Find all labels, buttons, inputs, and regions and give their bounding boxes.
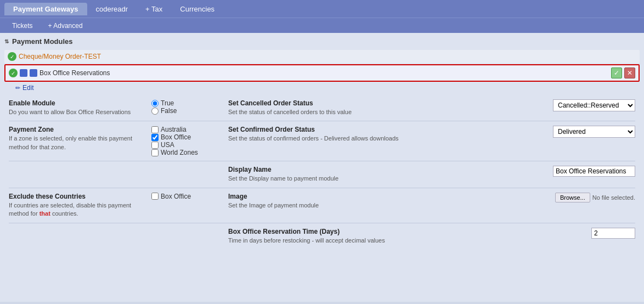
display-name-label-area: Display Name Set the Display name to pay… <box>228 166 546 183</box>
reservation-time-label-area: Box Office Reservation Time (Days) Time … <box>228 228 585 245</box>
zone-world-zones-label: World Zones <box>161 149 198 156</box>
confirmed-status-section: Set Confirmed Order Status Set the statu… <box>228 126 635 143</box>
confirmed-status-label-area: Set Confirmed Order Status Set the statu… <box>228 126 546 143</box>
module-name-cheque: Cheque/Money Order-TEST <box>19 53 101 60</box>
exclude-countries-desc: If countries are selected, disable this … <box>9 201 145 218</box>
zone-world-zones-checkbox[interactable] <box>151 149 159 156</box>
zone-usa-label: USA <box>161 141 174 149</box>
module-row-box-office: ✓ Box Office Reservations ✓ ✕ <box>4 64 640 82</box>
display-name-title: Display Name <box>228 166 546 173</box>
content-area: ⇅ Payment Modules ✓ Cheque/Money Order-T… <box>0 33 644 302</box>
top-navigation: Payment Gateways codereadr + Tax Currenc… <box>0 0 644 18</box>
zone-australia-label: Australia <box>161 126 187 133</box>
enable-true-label: True <box>161 99 174 107</box>
enable-module-control: True False <box>151 99 228 115</box>
sub-navigation: Tickets + Advanced <box>0 18 644 33</box>
exclude-desc-2: countries. <box>52 210 78 217</box>
enable-false-option[interactable]: False <box>151 107 215 115</box>
cancelled-status-control: Cancelled::Reserved Pending Processing D… <box>553 99 635 111</box>
zone-box-office-checkbox[interactable] <box>151 134 159 141</box>
display-name-control <box>553 166 635 177</box>
subnav-advanced[interactable]: + Advanced <box>41 20 91 31</box>
confirmed-status-title: Set Confirmed Order Status <box>228 126 546 133</box>
edit-label: Edit <box>22 84 34 92</box>
file-label: No file selected. <box>592 194 635 201</box>
reservation-time-desc: Time in days before restocking - will ac… <box>228 237 585 245</box>
confirmed-status-desc: Set the status of confirmed orders - Del… <box>228 134 546 143</box>
module-row-cheque: ✓ Cheque/Money Order-TEST <box>4 50 640 63</box>
save-icon[interactable]: ✓ <box>611 67 622 78</box>
exclude-countries-title: Exclude these Countries <box>9 193 145 200</box>
nav-tax[interactable]: + Tax <box>137 3 171 15</box>
payment-zone-control: Australia Box Office USA World Zones <box>151 126 228 156</box>
subnav-tickets[interactable]: Tickets <box>4 20 41 31</box>
cancelled-status-title: Set Cancelled Order Status <box>228 99 546 107</box>
close-icon[interactable]: ✕ <box>624 67 635 78</box>
zone-australia-option[interactable]: Australia <box>151 126 215 133</box>
exclude-desc-highlight: that <box>39 210 50 217</box>
payment-zone-title: Payment Zone <box>9 126 145 133</box>
display-name-input[interactable] <box>553 166 635 177</box>
status-active-icon: ✓ <box>8 52 16 61</box>
enable-module-label: Enable Module Do you want to allow Box O… <box>9 99 151 116</box>
reservation-time-title: Box Office Reservation Time (Days) <box>228 228 585 235</box>
browse-button[interactable]: Browse... <box>555 193 590 202</box>
cancelled-status-section: Set Cancelled Order Status Set the statu… <box>228 99 635 116</box>
image-section: Image Set the Image of payment module Br… <box>228 193 635 210</box>
enable-module-desc: Do you want to allow Box Office Reservat… <box>9 108 145 116</box>
sort-up-icon[interactable]: ⇅ <box>4 38 9 44</box>
image-desc: Set the Image of payment module <box>228 201 549 210</box>
settings-row-1: Enable Module Do you want to allow Box O… <box>9 95 635 121</box>
modules-title: Payment Modules <box>12 37 73 46</box>
enable-true-radio[interactable] <box>151 100 159 107</box>
image-control: Browse... No file selected. <box>555 193 635 202</box>
cancelled-status-desc: Set the status of cancelled orders to th… <box>228 108 546 116</box>
nav-payment-gateways[interactable]: Payment Gateways <box>4 3 87 15</box>
enable-false-label: False <box>161 107 177 115</box>
zone-world-zones-option[interactable]: World Zones <box>151 149 215 156</box>
zone-australia-checkbox[interactable] <box>151 126 159 133</box>
excl-box-office-label: Box Office <box>161 193 191 200</box>
confirmed-status-select[interactable]: Delivered Pending Processing Cancelled::… <box>553 126 635 138</box>
reservation-time-input[interactable] <box>591 228 635 239</box>
exclude-countries-label: Exclude these Countries If countries are… <box>9 193 151 218</box>
module-icon-blue2 <box>30 69 37 77</box>
zone-box-office-option[interactable]: Box Office <box>151 133 215 141</box>
payment-zone-label: Payment Zone If a zone is selected, only… <box>9 126 151 151</box>
settings-row-4: Exclude these Countries If countries are… <box>9 188 635 223</box>
modules-header: ⇅ Payment Modules <box>4 37 640 46</box>
cancelled-status-select[interactable]: Cancelled::Reserved Pending Processing D… <box>553 99 635 111</box>
image-title: Image <box>228 193 549 200</box>
display-name-section: Display Name Set the Display name to pay… <box>228 166 635 183</box>
zone-usa-option[interactable]: USA <box>151 141 215 149</box>
reservation-time-section: Box Office Reservation Time (Days) Time … <box>228 228 635 245</box>
module-icon-blue <box>20 69 27 77</box>
excl-box-office-option[interactable]: Box Office <box>151 193 215 200</box>
settings-row-2: Payment Zone If a zone is selected, only… <box>9 121 635 161</box>
settings-row-3: Display Name Set the Display name to pay… <box>9 161 635 188</box>
zone-box-office-label: Box Office <box>161 133 191 141</box>
row-actions: ✓ ✕ <box>611 67 635 78</box>
enable-true-option[interactable]: True <box>151 99 215 107</box>
nav-codereadr[interactable]: codereadr <box>87 3 137 15</box>
exclude-countries-control: Box Office <box>151 193 228 200</box>
file-input-group: Browse... No file selected. <box>555 193 635 202</box>
enable-module-title: Enable Module <box>9 99 145 107</box>
pencil-icon: ✏ <box>15 85 20 92</box>
display-name-desc: Set the Display name to payment module <box>228 174 546 183</box>
edit-link[interactable]: ✏ Edit <box>4 83 640 95</box>
zone-usa-checkbox[interactable] <box>151 142 159 149</box>
enable-false-radio[interactable] <box>151 108 159 115</box>
settings-row-5: Box Office Reservation Time (Days) Time … <box>9 223 635 249</box>
reservation-time-control <box>591 228 635 239</box>
excl-box-office-checkbox[interactable] <box>151 193 159 200</box>
nav-currencies[interactable]: Currencies <box>171 3 223 15</box>
confirmed-status-control: Delivered Pending Processing Cancelled::… <box>553 126 635 138</box>
settings-container: Enable Module Do you want to allow Box O… <box>4 95 640 249</box>
module-name-box-office: Box Office Reservations <box>39 69 110 77</box>
status-active-icon-2: ✓ <box>9 69 18 77</box>
image-label-area: Image Set the Image of payment module <box>228 193 549 210</box>
payment-zone-desc: If a zone is selected, only enable this … <box>9 134 145 151</box>
sort-icons: ⇅ <box>4 38 9 44</box>
cancelled-status-label-area: Set Cancelled Order Status Set the statu… <box>228 99 546 116</box>
